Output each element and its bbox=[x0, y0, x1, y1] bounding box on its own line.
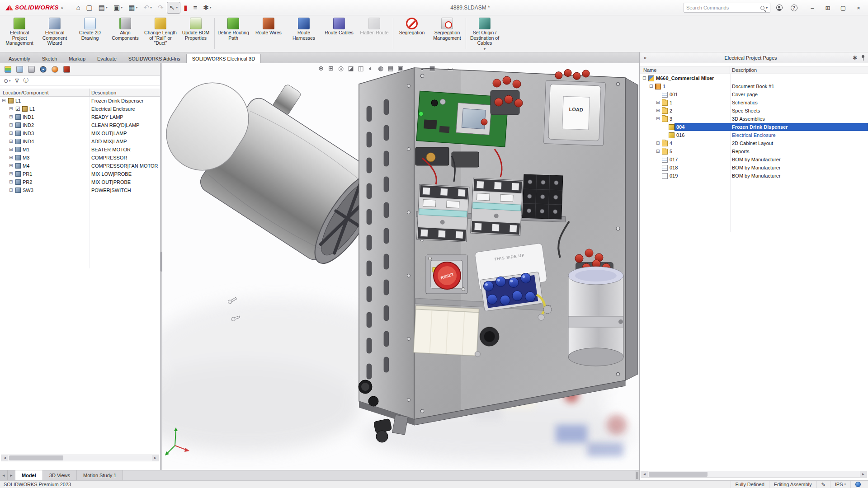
tree-expander-icon[interactable]: ⊟ bbox=[642, 74, 646, 82]
project-page-row[interactable]: ⊞42D Cabinet Layout bbox=[640, 139, 868, 147]
tree-expander-icon[interactable]: ⊞ bbox=[9, 129, 13, 137]
display-states-eye-button[interactable]: ⊙▾ bbox=[4, 78, 11, 84]
search-commands-box[interactable]: ▾ bbox=[684, 3, 770, 13]
tab-solidworks-add-ins[interactable]: SOLIDWORKS Add-Ins bbox=[123, 54, 186, 63]
graphics-area[interactable]: LOAD bbox=[162, 63, 639, 470]
route-harnesses-button[interactable]: Route Harnesses bbox=[286, 15, 321, 52]
update-bom-properties-button[interactable]: Update BOM Properties bbox=[178, 15, 213, 52]
pin-panel-icon[interactable] bbox=[859, 54, 866, 61]
section-view-icon[interactable]: ◪ bbox=[346, 65, 356, 72]
align-components-button[interactable]: Align Components bbox=[108, 15, 143, 52]
zoom-area-icon[interactable]: ⊞ bbox=[326, 65, 336, 72]
tree-expander-icon[interactable]: ⊞ bbox=[656, 107, 660, 115]
view-orientation-icon[interactable]: ▣ bbox=[396, 65, 406, 72]
previous-view-icon[interactable]: ◎ bbox=[336, 65, 346, 72]
print-button[interactable]: ▦▾ bbox=[126, 2, 140, 14]
project-page-row[interactable]: ⊞5Reports bbox=[640, 147, 868, 155]
search-icon[interactable] bbox=[760, 6, 764, 10]
project-page-row[interactable]: ⊟33D Assemblies bbox=[640, 115, 868, 123]
feature-tree-row[interactable]: ⊞M3COMPRESSOR bbox=[0, 154, 160, 162]
tree-expander-icon[interactable]: ⊞ bbox=[656, 99, 660, 107]
tab-assembly[interactable]: Assembly bbox=[3, 54, 36, 63]
home-button[interactable]: ⌂ bbox=[74, 2, 83, 14]
displaymanager-tab[interactable] bbox=[51, 66, 59, 74]
define-routing-path-button[interactable]: Define Routing Path bbox=[216, 15, 251, 52]
project-page-row[interactable]: ⊟M660_Commercial Mixer bbox=[640, 74, 868, 82]
tree-expander-icon[interactable]: ⊞ bbox=[9, 186, 13, 194]
project-page-row[interactable]: 016Electrical Enclosure bbox=[640, 131, 868, 139]
panel-splitter[interactable] bbox=[160, 63, 162, 470]
options-button[interactable]: ✱▾ bbox=[200, 2, 214, 14]
display-style-icon[interactable]: ◫ bbox=[356, 65, 366, 72]
model-tab-motion-study-1[interactable]: Motion Study 1 bbox=[77, 470, 123, 480]
tree-expander-icon[interactable]: ⊞ bbox=[9, 121, 13, 129]
feature-tree-row[interactable]: ⊞PR2MIX OUT|PROBE bbox=[0, 178, 160, 186]
project-page-row[interactable]: ⊟1Document Book #1 bbox=[640, 82, 868, 90]
route-wires-button[interactable]: Route Wires bbox=[251, 15, 286, 52]
tab-markup[interactable]: Markup bbox=[63, 54, 91, 63]
tree-horizontal-scrollbar[interactable]: ◄► bbox=[1, 455, 159, 461]
tree-expander-icon[interactable]: ⊞ bbox=[9, 162, 13, 170]
flatten-route-button[interactable]: Flatten Route bbox=[357, 15, 392, 52]
help-button[interactable]: ? bbox=[789, 3, 798, 12]
project-page-row[interactable]: ⊞1Schematics bbox=[640, 99, 868, 107]
model-tab-model[interactable]: Model bbox=[15, 470, 43, 480]
feature-tree-row[interactable]: ⊞SW3POWER|SWITCH bbox=[0, 186, 160, 194]
rebuild-button[interactable]: ▮ bbox=[181, 2, 190, 14]
open-button[interactable]: ▤▾ bbox=[96, 2, 110, 14]
model-tab-3d-views[interactable]: 3D Views bbox=[43, 470, 77, 480]
project-page-row[interactable]: 019BOM by Manufacturer bbox=[640, 172, 868, 180]
panel-settings-gear-icon[interactable]: ✱ bbox=[851, 55, 859, 61]
tree-expander-icon[interactable]: ⊞ bbox=[9, 145, 13, 154]
feature-tree-row[interactable]: ⊞IND1READY LAMP bbox=[0, 113, 160, 121]
tab-evaluate[interactable]: Evaluate bbox=[91, 54, 123, 63]
select-button[interactable]: ↖▾ bbox=[167, 2, 181, 14]
tree-expander-icon[interactable]: ⊞ bbox=[9, 170, 13, 178]
close-button[interactable]: × bbox=[851, 1, 866, 14]
set-origin-destination-of-cables-button[interactable]: Set Origin / Destination of Cables▾ bbox=[467, 15, 502, 52]
segregation-management-button[interactable]: Segregation Management bbox=[429, 15, 465, 52]
info-button[interactable]: ⓘ bbox=[24, 77, 29, 84]
search-dropdown-icon[interactable]: ▾ bbox=[766, 6, 768, 10]
tree-expander-icon[interactable]: ⊟ bbox=[649, 82, 653, 90]
configurationmanager-tab[interactable] bbox=[27, 66, 35, 74]
tree-expander-icon[interactable]: ⊟ bbox=[656, 115, 660, 123]
dimxpertmanager-tab[interactable] bbox=[39, 66, 47, 74]
project-page-row[interactable]: 017BOM by Manufacturer bbox=[640, 155, 868, 164]
feature-tree-row[interactable]: ⊞IND2CLEAN REQ'D|LAMP bbox=[0, 121, 160, 129]
tree-expander-icon[interactable]: ⊞ bbox=[9, 105, 13, 113]
undo-button[interactable]: ↶▾ bbox=[141, 2, 155, 14]
tile-windows-button[interactable]: ⊞ bbox=[820, 1, 835, 14]
new-document-button[interactable]: ▢ bbox=[84, 2, 95, 14]
scrollbar-thumb[interactable] bbox=[9, 455, 63, 460]
change-length-of-rail-or-duct-button[interactable]: Change Length of "Rail" or "Duct" bbox=[143, 15, 178, 52]
restore-button[interactable]: ▢ bbox=[835, 1, 851, 14]
featuremanager-design-tree-tab[interactable] bbox=[4, 66, 12, 74]
camera-icon[interactable]: ◒ bbox=[417, 65, 427, 72]
tab-solidworks-electrical-3d[interactable]: SOLIDWORKS Electrical 3D bbox=[186, 54, 261, 63]
feature-tree-row[interactable]: ⊞M1BEATER MOTOR bbox=[0, 145, 160, 154]
propertymanager-tab[interactable] bbox=[15, 66, 24, 74]
feature-tree-row[interactable]: ⊞IND4ADD MIX|LAMP bbox=[0, 137, 160, 145]
feature-tree-row[interactable]: ⊞PR1MIX LOW|PROBE bbox=[0, 170, 160, 178]
tree-expander-icon[interactable]: ⊟ bbox=[2, 97, 5, 105]
search-input[interactable] bbox=[686, 5, 759, 10]
feature-tree-row[interactable]: ⊟L1Frozen Drink Dispenser bbox=[0, 97, 160, 105]
instant3d-icon[interactable]: ▦ bbox=[427, 65, 437, 72]
scrollbar-track[interactable] bbox=[8, 455, 152, 461]
tab-bar-splitter[interactable] bbox=[636, 472, 638, 479]
file-properties-button[interactable]: ≡ bbox=[190, 2, 200, 14]
zoom-fit-icon[interactable]: ⊕ bbox=[316, 65, 326, 72]
web-status-button[interactable] bbox=[850, 481, 865, 488]
scroll-right-button[interactable]: ► bbox=[860, 471, 867, 477]
scrollbar-track[interactable] bbox=[648, 471, 860, 477]
scroll-right-button[interactable]: ► bbox=[152, 455, 159, 461]
edit-appearance-icon[interactable]: ◍ bbox=[376, 65, 386, 72]
toolbar-flyout-icon[interactable]: ▸ bbox=[61, 5, 64, 10]
project-page-row[interactable]: 018BOM by Manufacturer bbox=[640, 164, 868, 172]
tree-expander-icon[interactable]: ⊞ bbox=[9, 137, 13, 145]
segregation-button[interactable]: Segregation bbox=[394, 15, 429, 52]
project-page-row[interactable]: 001Cover page bbox=[640, 90, 868, 99]
minimize-button[interactable]: – bbox=[805, 1, 820, 14]
tree-expander-icon[interactable]: ⊞ bbox=[656, 147, 660, 155]
